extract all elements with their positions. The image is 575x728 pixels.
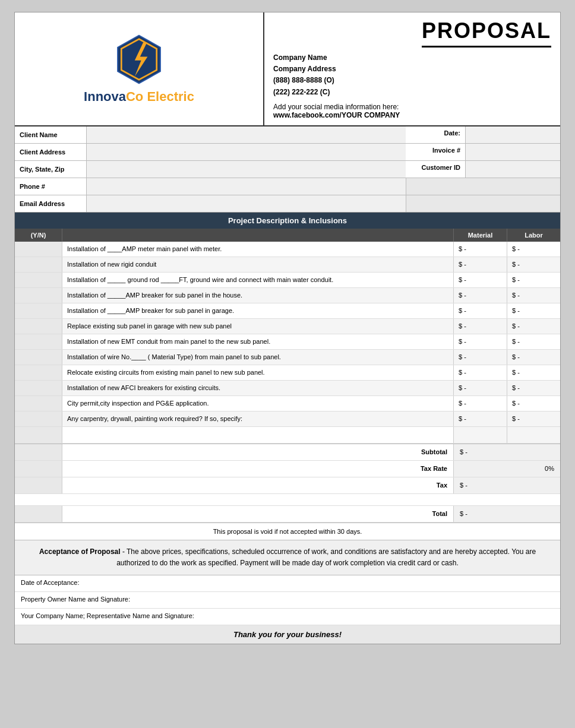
labor-cell: $ - bbox=[507, 334, 560, 349]
yn-cell[interactable] bbox=[15, 288, 62, 303]
material-cell: $ - bbox=[453, 288, 507, 303]
desc-cell: Any carpentry, drywall, painting work re… bbox=[62, 412, 453, 426]
blank-row bbox=[15, 494, 560, 506]
desc-cell: Installation of _____AMP breaker for sub… bbox=[62, 303, 453, 318]
email-row: Email Address bbox=[15, 195, 560, 212]
spacer-row-1 bbox=[15, 427, 560, 444]
labor-cell: $ - bbox=[507, 365, 560, 380]
company-phone-c: (222) 222-222 (C) bbox=[273, 87, 551, 98]
yn-cell[interactable] bbox=[15, 273, 62, 287]
table-row: Installation of new EMT conduit from mai… bbox=[15, 334, 560, 350]
company-info-section: PROPOSAL Company Name Company Address (8… bbox=[264, 12, 560, 125]
desc-cell: Installation of _____AMP breaker for sub… bbox=[62, 288, 453, 303]
client-name-label: Client Name bbox=[15, 126, 86, 143]
table-row: Installation of _____ ground rod _____FT… bbox=[15, 273, 560, 288]
labor-cell: $ - bbox=[507, 412, 560, 426]
invoice-value[interactable] bbox=[465, 144, 560, 160]
logo-section: InnovaCo Electric bbox=[15, 12, 264, 125]
yn-cell[interactable] bbox=[15, 334, 62, 349]
customer-id-value[interactable] bbox=[465, 161, 560, 178]
material-cell: $ - bbox=[453, 365, 507, 380]
subtotal-label: Subtotal bbox=[382, 444, 453, 460]
yn-cell[interactable] bbox=[15, 257, 62, 272]
material-cell: $ - bbox=[453, 381, 507, 395]
acceptance-box: Acceptance of Proposal - The above price… bbox=[15, 540, 560, 575]
city-state-row: City, State, Zip Customer ID bbox=[15, 161, 560, 178]
labor-cell: $ - bbox=[507, 273, 560, 287]
material-cell: $ - bbox=[453, 242, 507, 257]
table-row: City permit,city inspection and PG&E app… bbox=[15, 396, 560, 412]
date-value[interactable] bbox=[465, 126, 560, 143]
yn-cell[interactable] bbox=[15, 319, 62, 334]
tax-row: Tax $ - bbox=[15, 477, 560, 494]
labor-cell: $ - bbox=[507, 303, 560, 318]
labor-cell: $ - bbox=[507, 350, 560, 365]
tax-value: $ - bbox=[453, 477, 560, 493]
city-state-label: City, State, Zip bbox=[15, 161, 86, 178]
table-row: Installation of _____AMP breaker for sub… bbox=[15, 303, 560, 319]
table-row: Any carpentry, drywall, painting work re… bbox=[15, 412, 560, 427]
material-cell: $ - bbox=[453, 273, 507, 287]
date-acceptance-line: Date of Acceptance: bbox=[15, 575, 560, 592]
company-details: Company Name Company Address (888) 888-8… bbox=[273, 52, 551, 98]
material-cell: $ - bbox=[453, 303, 507, 318]
totals-section: Subtotal $ - Tax Rate 0% Tax $ - T bbox=[15, 444, 560, 523]
city-state-value[interactable] bbox=[86, 161, 406, 178]
desc-cell: Installation of _____ ground rod _____FT… bbox=[62, 273, 453, 287]
tax-rate-row: Tax Rate 0% bbox=[15, 461, 560, 477]
client-address-label: Client Address bbox=[15, 144, 86, 160]
desc-cell: Installation of new EMT conduit from mai… bbox=[62, 334, 453, 349]
material-header: Material bbox=[453, 229, 507, 242]
yn-cell[interactable] bbox=[15, 303, 62, 318]
client-address-row: Client Address Invoice # bbox=[15, 144, 560, 161]
client-info-section: Client Name Date: Client Address Invoice… bbox=[15, 126, 560, 213]
acceptance-text: - The above prices, specifications, sche… bbox=[116, 547, 536, 567]
yn-cell[interactable] bbox=[15, 381, 62, 395]
labor-cell: $ - bbox=[507, 288, 560, 303]
labor-cell: $ - bbox=[507, 319, 560, 334]
email-value[interactable] bbox=[86, 195, 406, 212]
company-address-line: Company Address bbox=[273, 64, 551, 75]
items-table: Installation of ____AMP meter main panel… bbox=[15, 242, 560, 427]
tax-rate-value: 0% bbox=[453, 461, 560, 477]
client-address-value[interactable] bbox=[86, 144, 406, 160]
yn-cell[interactable] bbox=[15, 350, 62, 365]
material-cell: $ - bbox=[453, 334, 507, 349]
tax-label: Tax bbox=[382, 477, 453, 493]
email-label: Email Address bbox=[15, 195, 86, 212]
company-name-line: Company Name bbox=[273, 52, 551, 64]
labor-cell: $ - bbox=[507, 242, 560, 257]
proposal-title: PROPOSAL bbox=[422, 18, 551, 48]
yn-header: (Y/N) bbox=[15, 229, 62, 242]
social-media-url: www.facebook.com/YOUR COMPANY bbox=[273, 111, 551, 119]
table-row: Installation of ____AMP meter main panel… bbox=[15, 242, 560, 257]
brand-name: InnovaCo Electric bbox=[84, 89, 194, 105]
date-label: Date: bbox=[406, 126, 465, 143]
yn-cell[interactable] bbox=[15, 365, 62, 380]
customer-id-label: Customer ID bbox=[406, 161, 465, 178]
yn-cell[interactable] bbox=[15, 242, 62, 257]
table-row: Installation of new rigid conduit $ - $ … bbox=[15, 257, 560, 273]
phone-label: Phone # bbox=[15, 178, 86, 195]
material-cell: $ - bbox=[453, 412, 507, 426]
desc-cell: Installation of new AFCI breakers for ex… bbox=[62, 381, 453, 395]
material-cell: $ - bbox=[453, 257, 507, 272]
subtotal-row: Subtotal $ - bbox=[15, 444, 560, 461]
desc-cell: Installation of wire No.____ ( Material … bbox=[62, 350, 453, 365]
invoice-label: Invoice # bbox=[406, 144, 465, 160]
representative-line: Your Company Name; Representative Name a… bbox=[15, 609, 560, 625]
phone-right-blank bbox=[406, 178, 560, 195]
thank-you: Thank you for your business! bbox=[15, 625, 560, 644]
acceptance-bold: Acceptance of Proposal bbox=[39, 547, 121, 556]
desc-cell: Relocate existing circuits from existing… bbox=[62, 365, 453, 380]
subtotal-value: $ - bbox=[453, 444, 560, 460]
labor-header: Labor bbox=[507, 229, 560, 242]
brand-name-part1: Innova bbox=[84, 89, 126, 104]
phone-value[interactable] bbox=[86, 178, 406, 195]
client-name-value[interactable] bbox=[86, 126, 406, 143]
social-media-info: Add your social media information here: … bbox=[273, 103, 551, 119]
desc-cell: Replace existing sub panel in garage wit… bbox=[62, 319, 453, 334]
project-section-header: Project Description & Inclusions bbox=[15, 213, 560, 229]
yn-cell[interactable] bbox=[15, 396, 62, 411]
yn-cell[interactable] bbox=[15, 412, 62, 426]
